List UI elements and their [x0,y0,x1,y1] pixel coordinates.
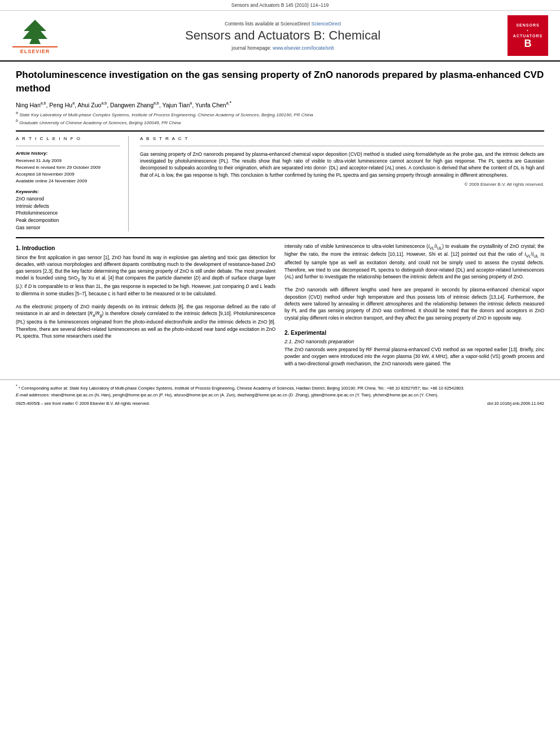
keywords-label: Keywords: [16,189,120,194]
article-meta-section: A R T I C L E I N F O Article history: R… [16,136,544,231]
page-footer: * * Corresponding author at: State Key L… [0,379,560,409]
keyword-3: Photoluminescence [16,209,120,217]
email-line: E-mail addresses: nhan@home.ipe.ac.cn (N… [16,392,544,399]
affiliations: a State Key Laboratory of Multi-phase Co… [16,110,544,126]
online-date: Available online 24 November 2009 [16,178,120,185]
subsection1-heading: 2.1. ZnO nanorods preparation [285,339,544,344]
divider-bold [16,130,544,132]
sciencedirect-link: Contents lists available at ScienceDirec… [63,21,502,27]
main-content: Photoluminescence investigation on the g… [0,62,560,374]
issn-line: 0925-4005/$ – see front matter © 2009 El… [16,401,150,406]
doi-line: doi:10.1016/j.snb.2009.11.042 [487,401,544,406]
copyright-line: © 2009 Elsevier B.V. All rights reserved… [140,182,544,187]
body-section: 1. Introduction Since the first applicat… [16,243,544,367]
section2-heading: 2. Experimental [285,330,544,336]
banner-left: ELSEVIER [7,15,63,56]
sciencedirect-anchor[interactable]: ScienceDirect [312,21,341,27]
sensors-logo-text: SENSORS•ACTUATORS [513,23,542,38]
banner-right: SENSORS•ACTUATORS B [502,15,553,56]
body-para-2: As the electronic property of ZnO mainly… [16,303,275,339]
journal-banner: ELSEVIER Contents lists available at Sci… [0,11,560,62]
article-abstract-col: A B S T R A C T Gas sensing property of … [140,136,544,231]
received-date: Received 31 July 2009 [16,158,120,164]
elsevier-logo: ELSEVIER [12,19,58,53]
body-col-right: intensity ratio of visible luminescence … [285,243,544,367]
journal-header-bar: Sensors and Actuators B 145 (2010) 114–1… [0,0,560,11]
keyword-4: Peak decomposition [16,217,120,224]
elsevier-text: ELSEVIER [12,46,58,54]
keyword-1: ZnO nanorod [16,195,120,203]
body-para-3: intensity ratio of visible luminescence … [285,243,544,281]
abstract-text: Gas sensing property of ZnO nanorods pre… [140,151,544,178]
keyword-5: Gas sensor [16,224,120,231]
section1-heading: 1. Introduction [16,245,275,251]
sensors-logo-b: B [524,38,532,49]
body-para-5: The ZnO nanorods were prepared by RF the… [285,346,544,367]
body-col-left: 1. Introduction Since the first applicat… [16,243,275,367]
abstract-label: A B S T R A C T [140,136,544,141]
body-para-1: Since the first application in gas senso… [16,254,275,298]
keywords-box: Keywords: ZnO nanorod Intrinsic defects … [16,189,120,231]
accepted-date: Accepted 18 November 2009 [16,171,120,178]
revised-date: Received in revised form 29 October 2009 [16,164,120,171]
elsevier-tree-icon [18,19,52,44]
body-para-4: The ZnO nanorods with different lengths … [285,286,544,321]
history-label: Article history: [16,151,120,156]
homepage-url[interactable]: www.elsevier.com/locate/snb [273,45,334,51]
abstract-sep [140,146,544,146]
banner-center: Contents lists available at ScienceDirec… [63,15,502,56]
keyword-2: Intrinsic defects [16,203,120,210]
journal-header-text: Sensors and Actuators B 145 (2010) 114–1… [231,2,329,8]
divider-bold-2 [16,237,544,238]
authors-line: Ning Hana,b, Peng Hua, Ahui Zuoa,b, Dang… [16,100,544,108]
article-info-col: A R T I C L E I N F O Article history: R… [16,136,129,231]
article-info-label: A R T I C L E I N F O [16,136,120,141]
paper-title: Photoluminescence investigation on the g… [16,68,544,95]
journal-homepage: journal homepage: www.elsevier.com/locat… [63,45,502,51]
sensors-logo-box: SENSORS•ACTUATORS B [508,15,548,56]
info-sep [16,146,120,146]
journal-title: Sensors and Actuators B: Chemical [63,28,502,43]
corresponding-note: * * Corresponding author at: State Key L… [16,383,544,391]
svg-marker-1 [23,20,47,44]
page-wrapper: Sensors and Actuators B 145 (2010) 114–1… [0,0,560,409]
